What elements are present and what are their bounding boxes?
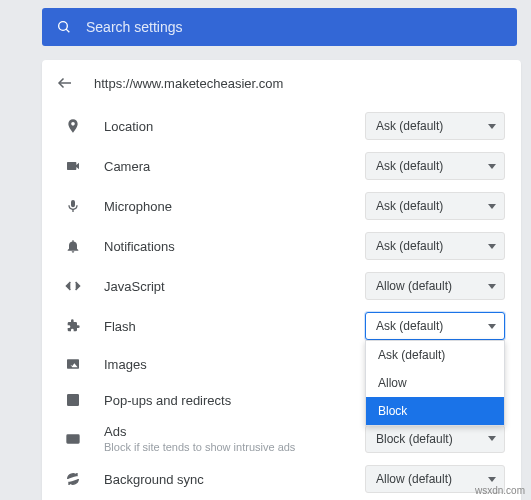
dropdown-option[interactable]: Allow bbox=[366, 369, 504, 397]
dropdown-option[interactable]: Ask (default) bbox=[366, 341, 504, 369]
chevron-down-icon bbox=[488, 124, 496, 129]
chevron-down-icon bbox=[488, 244, 496, 249]
search-icon bbox=[56, 19, 72, 35]
permission-select-flash[interactable]: Ask (default) bbox=[365, 312, 505, 340]
select-value: Ask (default) bbox=[376, 319, 443, 333]
dropdown-option[interactable]: Block bbox=[366, 397, 504, 425]
permission-select-location[interactable]: Ask (default) bbox=[365, 112, 505, 140]
chevron-down-icon bbox=[488, 436, 496, 441]
select-value: Ask (default) bbox=[376, 239, 443, 253]
chevron-down-icon bbox=[488, 324, 496, 329]
svg-rect-5 bbox=[67, 435, 79, 443]
chevron-down-icon bbox=[488, 284, 496, 289]
site-url: https://www.maketecheasier.com bbox=[94, 76, 283, 91]
permission-row-location: LocationAsk (default) bbox=[42, 106, 521, 146]
permission-label: Ads bbox=[104, 424, 365, 439]
site-settings-card: https://www.maketecheasier.com LocationA… bbox=[42, 60, 521, 500]
search-input[interactable] bbox=[86, 19, 503, 35]
watermark: wsxdn.com bbox=[475, 485, 525, 496]
permission-label: Camera bbox=[104, 159, 365, 174]
select-value: Allow (default) bbox=[376, 279, 452, 293]
permission-label: Microphone bbox=[104, 199, 365, 214]
bell-icon bbox=[64, 238, 82, 254]
search-bar[interactable] bbox=[42, 8, 517, 46]
permission-select-microphone[interactable]: Ask (default) bbox=[365, 192, 505, 220]
select-value: Block (default) bbox=[376, 432, 453, 446]
popup-icon bbox=[64, 392, 82, 408]
camera-icon bbox=[64, 158, 82, 174]
chevron-down-icon bbox=[488, 164, 496, 169]
permission-label: Background sync bbox=[104, 472, 365, 487]
select-value: Ask (default) bbox=[376, 119, 443, 133]
sync-icon bbox=[64, 471, 82, 487]
images-icon bbox=[64, 356, 82, 372]
location-icon bbox=[64, 118, 82, 134]
chevron-down-icon bbox=[488, 204, 496, 209]
svg-point-0 bbox=[59, 22, 68, 31]
permission-select-camera[interactable]: Ask (default) bbox=[365, 152, 505, 180]
permission-label: Notifications bbox=[104, 239, 365, 254]
permission-select-ads[interactable]: Block (default) bbox=[365, 425, 505, 453]
ads-icon bbox=[64, 431, 82, 447]
svg-line-1 bbox=[66, 29, 69, 32]
back-button[interactable] bbox=[56, 74, 74, 92]
select-value: Allow (default) bbox=[376, 472, 452, 486]
permission-label: Flash bbox=[104, 319, 365, 334]
permission-row-microphone: MicrophoneAsk (default) bbox=[42, 186, 521, 226]
permission-sublabel: Block if site tends to show intrusive ad… bbox=[104, 441, 365, 453]
permission-dropdown-flash: Ask (default)AllowBlock bbox=[365, 340, 505, 426]
puzzle-icon bbox=[64, 318, 82, 334]
permission-label: Location bbox=[104, 119, 365, 134]
permission-select-javascript[interactable]: Allow (default) bbox=[365, 272, 505, 300]
select-value: Ask (default) bbox=[376, 159, 443, 173]
permission-row-camera: CameraAsk (default) bbox=[42, 146, 521, 186]
permission-row-notifications: NotificationsAsk (default) bbox=[42, 226, 521, 266]
permission-label: JavaScript bbox=[104, 279, 365, 294]
permission-select-notifications[interactable]: Ask (default) bbox=[365, 232, 505, 260]
select-value: Ask (default) bbox=[376, 199, 443, 213]
permission-row-bgsync: Background syncAllow (default) bbox=[42, 459, 521, 499]
microphone-icon bbox=[64, 198, 82, 214]
chevron-down-icon bbox=[488, 477, 496, 482]
code-icon bbox=[64, 278, 82, 294]
permission-row-javascript: JavaScriptAllow (default) bbox=[42, 266, 521, 306]
permission-row-flash: FlashAsk (default)Ask (default)AllowBloc… bbox=[42, 306, 521, 346]
